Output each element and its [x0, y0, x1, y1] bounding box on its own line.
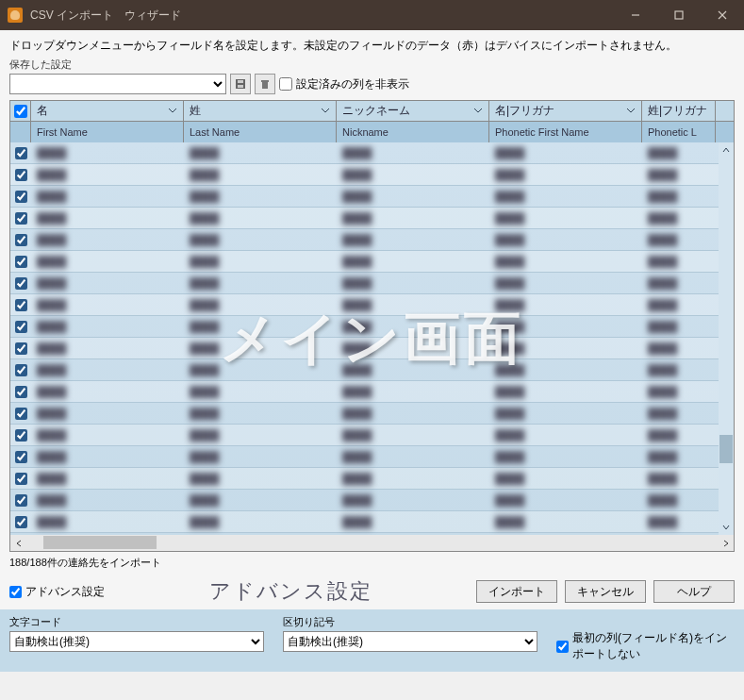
hide-configured-label: 設定済みの列を非表示: [296, 76, 409, 92]
table-row[interactable]: ████████████████████: [10, 164, 734, 186]
cell: ████: [489, 359, 642, 380]
select-all-checkbox[interactable]: [14, 105, 27, 118]
row-checkbox[interactable]: [15, 386, 27, 398]
row-checkbox[interactable]: [15, 234, 27, 246]
row-checkbox[interactable]: [15, 364, 27, 376]
cell: ████: [642, 490, 716, 510]
cell: ████: [184, 338, 337, 358]
save-icon-button[interactable]: [230, 74, 251, 94]
advance-panel: 文字コード 自動検出(推奨) 区切り記号 自動検出(推奨) 最初の列(フィールド…: [0, 609, 744, 672]
cell: ████: [642, 403, 716, 424]
column-header-2[interactable]: 姓: [184, 101, 337, 121]
cell: ████: [31, 446, 184, 467]
table-row[interactable]: ████████████████████: [10, 251, 734, 273]
minimize-button[interactable]: [614, 0, 657, 30]
cell: ████: [489, 142, 642, 163]
help-button[interactable]: ヘルプ: [653, 580, 735, 603]
scroll-up-arrow[interactable]: [719, 143, 733, 157]
table-row[interactable]: ████████████████████: [10, 359, 734, 381]
table-row[interactable]: ████████████████████: [10, 208, 734, 229]
svg-rect-1: [675, 11, 683, 19]
table-row[interactable]: ████████████████████: [10, 338, 734, 359]
row-checkbox[interactable]: [15, 516, 27, 528]
table-row[interactable]: ████████████████████: [10, 381, 734, 403]
cell: ████: [184, 316, 337, 337]
delete-icon-button[interactable]: [255, 74, 275, 94]
cell: ████: [489, 511, 642, 532]
trash-icon: [258, 77, 272, 91]
column-header-4[interactable]: 名|フリガナ: [489, 101, 642, 121]
advance-title: アドバンス設定: [112, 577, 469, 606]
table-row[interactable]: ████████████████████: [10, 186, 734, 208]
table-row[interactable]: ████████████████████: [10, 403, 734, 425]
chevron-down-icon: [626, 105, 636, 118]
subheader-3: Nickname: [337, 122, 489, 142]
row-checkbox[interactable]: [15, 147, 27, 159]
row-checkbox[interactable]: [15, 451, 27, 463]
row-checkbox[interactable]: [15, 256, 27, 268]
cancel-button[interactable]: キャンセル: [565, 580, 646, 603]
table-row[interactable]: ████████████████████: [10, 229, 734, 251]
table-row[interactable]: ████████████████████: [10, 273, 734, 294]
table-row[interactable]: ████████████████████: [10, 294, 734, 316]
row-checkbox[interactable]: [15, 299, 27, 311]
cell: ████: [642, 208, 716, 228]
cell: ████: [489, 294, 642, 315]
advance-settings-checkbox[interactable]: [9, 586, 22, 598]
row-checkbox[interactable]: [15, 191, 27, 203]
cell: ████: [489, 186, 642, 207]
import-button[interactable]: インポート: [476, 580, 557, 603]
cell: ████: [489, 273, 642, 293]
advance-settings-label: アドバンス設定: [25, 584, 105, 600]
cell: ████: [184, 251, 337, 272]
column-header-3[interactable]: ニックネーム: [337, 101, 489, 121]
row-checkbox[interactable]: [15, 473, 27, 485]
cell: ████: [31, 359, 184, 380]
row-checkbox[interactable]: [15, 277, 27, 290]
cell: ████: [642, 511, 716, 532]
hscroll-thumb[interactable]: [43, 536, 157, 549]
delimiter-select[interactable]: 自動検出(推奨): [283, 631, 537, 652]
cell: ████: [337, 208, 489, 228]
horizontal-scrollbar[interactable]: [10, 535, 734, 551]
cell: ████: [642, 381, 716, 402]
cell: ████: [31, 164, 184, 185]
table-row[interactable]: ████████████████████: [10, 511, 734, 533]
table-row[interactable]: ████████████████████: [10, 425, 734, 446]
row-checkbox[interactable]: [15, 169, 27, 181]
table-row[interactable]: ████████████████████: [10, 316, 734, 338]
cell: ████: [337, 403, 489, 424]
hide-configured-checkbox[interactable]: [279, 77, 292, 91]
charset-select[interactable]: 自動検出(推奨): [9, 631, 264, 652]
row-checkbox[interactable]: [15, 429, 27, 442]
table-row[interactable]: ████████████████████: [10, 142, 734, 164]
maximize-button[interactable]: [657, 0, 701, 30]
table-row[interactable]: ████████████████████: [10, 490, 734, 511]
row-checkbox[interactable]: [15, 321, 27, 333]
row-checkbox[interactable]: [15, 212, 27, 225]
cell: ████: [31, 425, 184, 445]
column-header-1[interactable]: 名: [31, 101, 184, 121]
row-checkbox[interactable]: [15, 342, 27, 355]
column-header-5[interactable]: 姓|フリガナ: [642, 101, 716, 121]
skip-header-checkbox[interactable]: [556, 641, 569, 653]
saved-settings-select[interactable]: [9, 74, 226, 94]
close-button[interactable]: [701, 0, 744, 30]
cell: ████: [31, 381, 184, 402]
data-table: 名 姓 ニックネーム 名|フリガナ 姓|フリガナ First Name Last…: [9, 100, 735, 552]
scroll-down-arrow[interactable]: [719, 521, 733, 534]
scroll-left-arrow[interactable]: [10, 535, 26, 551]
scroll-thumb[interactable]: [719, 435, 733, 463]
table-row[interactable]: ████████████████████: [10, 468, 734, 490]
cell: ████: [31, 208, 184, 228]
cell: ████: [184, 511, 337, 532]
cell: ████: [184, 186, 337, 207]
row-checkbox[interactable]: [15, 408, 27, 420]
scroll-right-arrow[interactable]: [718, 535, 734, 551]
svg-rect-6: [238, 85, 243, 88]
cell: ████: [642, 468, 716, 489]
vertical-scrollbar[interactable]: [719, 142, 734, 535]
row-checkbox[interactable]: [15, 494, 27, 507]
table-row[interactable]: ████████████████████: [10, 446, 734, 468]
cell: ████: [337, 338, 489, 358]
